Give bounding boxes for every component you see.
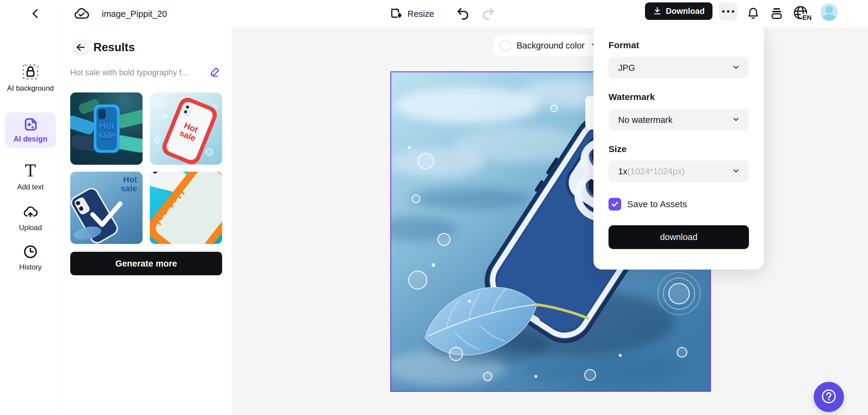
chevron-left-icon: [30, 8, 41, 20]
topbar: image_Pippit_20 Resize Download: [0, 0, 868, 28]
results-panel: Results Hot sale with bold typography f.…: [61, 28, 232, 415]
bell-icon: [746, 7, 760, 22]
results-back-button[interactable]: [72, 39, 89, 56]
format-label: Format: [609, 40, 639, 50]
sidebar-item-label: History: [0, 262, 61, 272]
topbar-divider: [442, 8, 443, 20]
sidebar-item-ai-background[interactable]: AI background: [0, 63, 61, 93]
format-value: JPG: [618, 63, 732, 73]
background-color-dropdown[interactable]: Background color: [493, 34, 604, 57]
redo-icon: [481, 6, 495, 22]
download-options-popover: Format JPG Watermark No watermark Size 1…: [593, 25, 764, 270]
result-thumbnail-3-selected[interactable]: Hotsale: [70, 172, 143, 244]
save-to-assets-label: Save to Assets: [627, 199, 687, 209]
drawer-stack-icon: [770, 7, 783, 21]
watermark-select[interactable]: No watermark: [609, 109, 749, 131]
upload-cloud-icon: [0, 204, 61, 220]
avatar[interactable]: [820, 3, 838, 21]
notifications-button[interactable]: [745, 6, 761, 22]
watermark-label: Watermark: [609, 92, 655, 102]
help-button[interactable]: [814, 382, 844, 412]
resize-icon: [389, 6, 403, 22]
download-icon: [653, 6, 662, 16]
language-button[interactable]: EN: [793, 4, 812, 24]
edit-prompt-button[interactable]: [208, 65, 222, 79]
format-select[interactable]: JPG: [609, 57, 749, 79]
pencil-icon: [209, 66, 221, 79]
popover-download-button[interactable]: download: [609, 225, 749, 249]
question-mark-icon: [820, 388, 837, 406]
prompt-text: Hot sale with bold typography f...: [70, 68, 202, 77]
ai-background-lock-icon: [0, 63, 61, 81]
cloud-saved-icon: [73, 5, 90, 22]
arrow-left-icon: [76, 43, 85, 53]
size-label: Size: [609, 144, 627, 154]
sidebar-item-history[interactable]: History: [0, 244, 61, 272]
globe-icon: EN: [793, 4, 812, 24]
document-title[interactable]: image_Pippit_20: [102, 0, 170, 28]
sidebar-item-label: Add text: [0, 182, 61, 192]
back-button[interactable]: [26, 4, 45, 24]
app-window: image_Pippit_20 Resize Download: [0, 0, 868, 415]
phone-case-graphic: Hotsale: [94, 104, 120, 153]
chevron-down-icon: [732, 115, 741, 125]
result-thumbnail-4[interactable]: Hot sale.: [150, 172, 222, 244]
sidebar-item-upload[interactable]: Upload: [0, 204, 61, 233]
selected-check-icon: [89, 201, 124, 230]
save-to-assets-row[interactable]: Save to Assets: [609, 198, 687, 210]
add-text-icon: T: [0, 163, 61, 179]
undo-icon: [456, 6, 470, 22]
sidebar-item-label: AI design: [5, 134, 56, 144]
more-options-button[interactable]: [718, 2, 738, 21]
redo-button[interactable]: [480, 6, 496, 22]
results-title: Results: [93, 41, 135, 54]
sidebar-item-label: Upload: [0, 222, 61, 233]
sidebar-item-add-text[interactable]: T Add text: [0, 163, 61, 192]
generate-more-button[interactable]: Generate more: [70, 252, 222, 275]
ai-design-icon: [5, 116, 56, 132]
resize-label: Resize: [407, 9, 434, 19]
sidebar-item-ai-design[interactable]: AI design: [5, 112, 56, 148]
result-thumbnail-2[interactable]: Hotsale: [150, 93, 222, 165]
resize-button[interactable]: Resize: [389, 0, 434, 28]
tool-sidebar: AI background AI design T Add text Uploa…: [0, 28, 61, 415]
sidebar-item-label: AI background: [5, 83, 56, 93]
download-button[interactable]: Download: [645, 2, 712, 20]
chevron-down-icon: [732, 166, 741, 176]
save-to-assets-checkbox[interactable]: [609, 198, 621, 210]
background-color-label: Background color: [517, 41, 585, 50]
ellipsis-icon: [722, 10, 724, 13]
watermark-value: No watermark: [618, 115, 732, 125]
result-thumbnail-1[interactable]: Hotsale: [70, 93, 143, 165]
size-value: 1x(1024*1024px): [618, 167, 732, 176]
history-clock-icon: [0, 244, 61, 260]
topbar-divider: [61, 7, 62, 21]
size-select[interactable]: 1x(1024*1024px): [609, 161, 749, 182]
chevron-down-icon: [732, 63, 741, 73]
download-label: Download: [666, 7, 705, 16]
assets-drawer-button[interactable]: [769, 6, 784, 22]
undo-button[interactable]: [455, 6, 471, 22]
language-label: EN: [802, 14, 812, 22]
color-swatch: [500, 40, 511, 51]
sidebar-divider: [15, 157, 46, 157]
